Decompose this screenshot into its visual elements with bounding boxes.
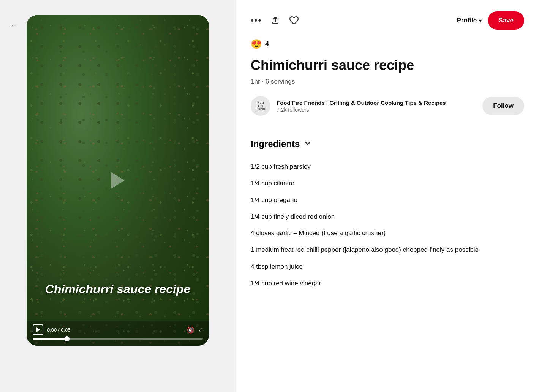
video-card: Chimichurri sauce recipe 0:00 / 0:05 🔇 ⤢	[27, 15, 209, 346]
reaction-emoji: 😍	[251, 39, 262, 49]
share-icon	[271, 16, 280, 25]
chevron-down-icon	[304, 139, 312, 147]
author-avatar-text: FoodFireFriends	[256, 102, 265, 111]
play-button[interactable]	[33, 324, 43, 335]
ingredient-item: 4 cloves garlic – Minced (I use a garlic…	[251, 225, 524, 242]
right-panel: ••• Profile ▾ Save	[236, 0, 547, 392]
fullscreen-button[interactable]: ⤢	[198, 327, 203, 333]
author-avatar: FoodFireFriends	[251, 96, 270, 116]
toolbar: ••• Profile ▾ Save	[251, 11, 524, 30]
video-title-text: Chimichurri sauce recipe	[38, 282, 198, 296]
profile-label: Profile	[457, 17, 477, 24]
ingredient-item: 1/4 cup cilantro	[251, 175, 524, 192]
back-button[interactable]: ←	[8, 18, 21, 32]
save-button[interactable]: Save	[488, 11, 524, 30]
video-play-overlay	[111, 172, 125, 189]
share-button[interactable]	[271, 16, 280, 25]
recipe-title: Chimichurri sauce recipe	[251, 57, 524, 73]
follow-button[interactable]: Follow	[482, 97, 524, 115]
ingredients-toggle-icon	[304, 139, 312, 149]
reaction-count: 4	[265, 40, 269, 48]
progress-fill	[33, 338, 67, 340]
video-controls: 0:00 / 0:05 🔇 ⤢	[27, 321, 209, 346]
heart-icon	[289, 16, 299, 25]
dots-icon: •••	[251, 16, 262, 25]
profile-dropdown[interactable]: Profile ▾	[457, 17, 482, 24]
page-container: ← Chimichurri sauce recipe	[0, 0, 547, 392]
ingredient-item: 1/2 cup fresh parsley	[251, 158, 524, 175]
progress-thumb	[64, 336, 70, 341]
author-followers: 7.2k followers	[277, 107, 482, 113]
ingredient-item: 1/4 cup finely diced red onion	[251, 209, 524, 225]
more-options-button[interactable]: •••	[251, 16, 262, 25]
back-arrow-icon: ←	[10, 20, 19, 30]
author-row: FoodFireFriends Food Fire Friends | Gril…	[251, 96, 524, 125]
reaction-row: 😍 4	[251, 39, 524, 49]
progress-bar[interactable]	[33, 338, 203, 340]
ingredient-item: 1/4 cup red wine vinegar	[251, 275, 524, 292]
left-panel: ← Chimichurri sauce recipe	[0, 0, 236, 392]
recipe-meta: 1hr · 6 servings	[251, 78, 524, 85]
ingredients-title: Ingredients	[251, 139, 300, 149]
author-info: Food Fire Friends | Grilling & Outdoor C…	[277, 99, 482, 113]
play-triangle-icon	[111, 172, 125, 189]
ingredients-list: 1/2 cup fresh parsley1/4 cup cilantro1/4…	[251, 158, 524, 291]
ingredient-item: 4 tbsp lemon juice	[251, 258, 524, 275]
author-name: Food Fire Friends | Grilling & Outdoor C…	[277, 99, 482, 107]
time-display: 0:00 / 0:05	[47, 327, 70, 333]
toolbar-left: •••	[251, 16, 299, 25]
mute-button[interactable]: 🔇	[187, 326, 194, 334]
controls-row: 0:00 / 0:05 🔇 ⤢	[33, 324, 203, 335]
ingredients-header[interactable]: Ingredients	[251, 139, 524, 149]
ingredient-item: 1 medium heat red chilli pepper (jalapen…	[251, 242, 524, 258]
video-title-overlay: Chimichurri sauce recipe	[27, 282, 209, 296]
chevron-down-icon: ▾	[479, 18, 482, 24]
like-button[interactable]	[289, 16, 299, 25]
ingredient-item: 1/4 cup oregano	[251, 192, 524, 209]
play-btn-icon	[36, 327, 40, 332]
